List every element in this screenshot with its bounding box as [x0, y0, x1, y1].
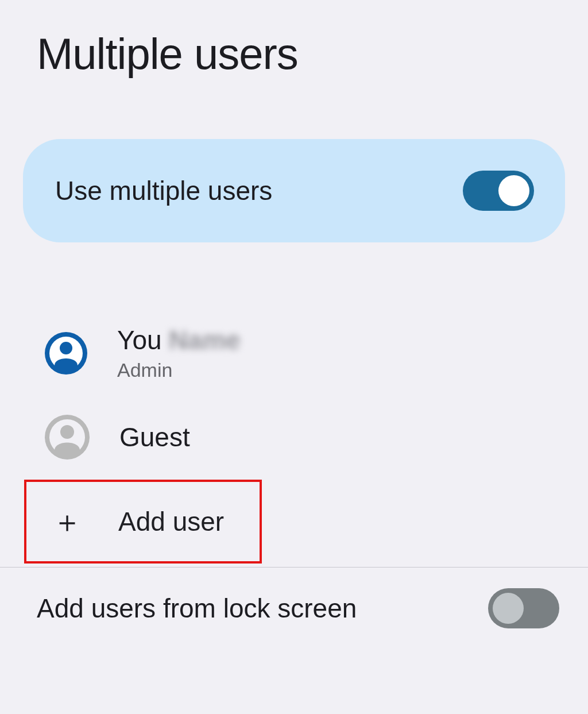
add-users-from-lock-screen-label: Add users from lock screen — [37, 593, 357, 624]
use-multiple-users-label: Use multiple users — [55, 175, 272, 206]
avatar-icon — [45, 332, 87, 375]
use-multiple-users-toggle[interactable] — [463, 171, 534, 211]
toggle-knob — [493, 593, 524, 624]
add-user-button[interactable]: ＋ Add user — [24, 480, 262, 564]
add-user-label: Add user — [118, 506, 224, 537]
add-users-from-lock-screen-toggle[interactable] — [488, 588, 559, 628]
user-row-you[interactable]: You Name Admin — [23, 311, 565, 395]
user-row-guest[interactable]: Guest — [23, 395, 565, 480]
page-title: Multiple users — [37, 29, 565, 79]
plus-icon: ＋ — [52, 507, 82, 537]
avatar-icon — [45, 415, 90, 460]
svg-point-2 — [60, 342, 72, 354]
toggle-knob — [498, 175, 529, 206]
add-users-from-lock-screen-row[interactable]: Add users from lock screen — [0, 568, 588, 628]
use-multiple-users-row[interactable]: Use multiple users — [23, 139, 565, 242]
user-you-name: You — [117, 325, 162, 356]
user-you-role: Admin — [117, 359, 241, 381]
user-guest-name: Guest — [119, 422, 190, 453]
user-you-redacted-name: Name — [169, 325, 241, 356]
svg-point-5 — [60, 425, 74, 439]
